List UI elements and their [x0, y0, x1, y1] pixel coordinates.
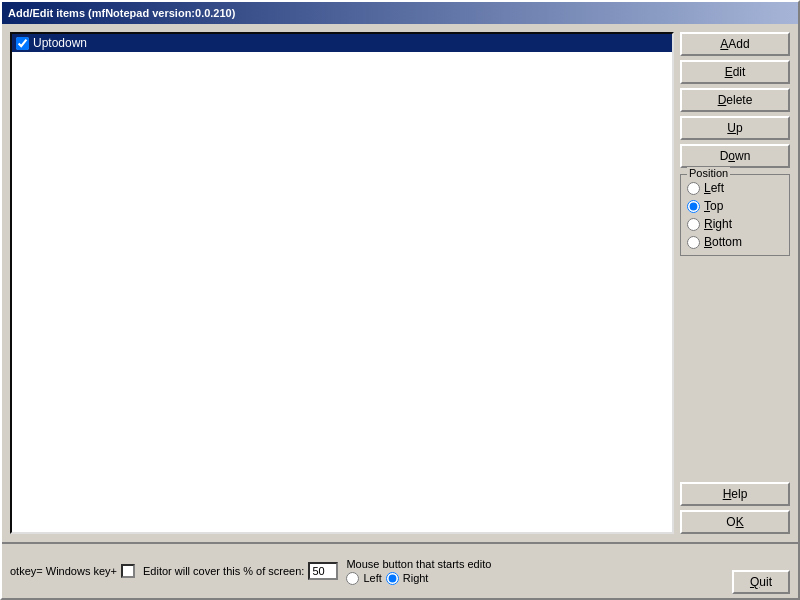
main-window: Add/Edit items (mfNotepad version:0.0.21…	[0, 0, 800, 600]
position-bottom-row: Bottom	[687, 233, 783, 251]
delete-button[interactable]: Delete	[680, 88, 790, 112]
quit-button[interactable]: Quit	[732, 570, 790, 594]
bottom-middle: Editor will cover this % of screen:	[143, 562, 338, 580]
position-legend: Position	[687, 167, 730, 179]
window-content: Uptodown AAdd Edit Delete Up Down Positi…	[2, 24, 798, 542]
mouse-radio-group: Left Right	[346, 572, 428, 585]
position-bottom-label: Bottom	[704, 235, 742, 249]
item-checkbox[interactable]	[16, 37, 29, 50]
up-button[interactable]: Up	[680, 116, 790, 140]
editor-percent-input[interactable]	[308, 562, 338, 580]
position-left-radio[interactable]	[687, 182, 700, 195]
edit-button[interactable]: Edit	[680, 60, 790, 84]
position-right-label: Right	[704, 217, 732, 231]
item-label: Uptodown	[33, 36, 668, 50]
add-button[interactable]: AAdd	[680, 32, 790, 56]
help-button[interactable]: Help	[680, 482, 790, 506]
ok-help-row: Help OK	[680, 482, 790, 534]
mouse-left-label: Left	[363, 572, 381, 584]
mouse-right-label: Right	[403, 572, 429, 584]
position-right-radio[interactable]	[687, 218, 700, 231]
quit-area: Quit	[732, 570, 790, 594]
bottom-bar: otkey= Windows key+ Editor will cover th…	[2, 542, 798, 598]
down-button[interactable]: Down	[680, 144, 790, 168]
bottom-right: Mouse button that starts edito Left Righ…	[346, 558, 724, 585]
bottom-left: otkey= Windows key+	[10, 564, 135, 578]
position-left-label: Left	[704, 181, 724, 195]
mouse-label: Mouse button that starts edito	[346, 558, 491, 570]
ok-button[interactable]: OK	[680, 510, 790, 534]
position-top-label: Top	[704, 199, 723, 213]
mouse-left-radio[interactable]	[346, 572, 359, 585]
position-right-row: Right	[687, 215, 783, 233]
position-group: Position Left Top Right Bottom	[680, 174, 790, 256]
position-top-row: Top	[687, 197, 783, 215]
hotkey-label: otkey= Windows key+	[10, 565, 117, 577]
editor-label: Editor will cover this % of screen:	[143, 565, 304, 577]
list-item[interactable]: Uptodown	[12, 34, 672, 52]
position-left-row: Left	[687, 179, 783, 197]
hotkey-checkbox[interactable]	[121, 564, 135, 578]
right-panel: AAdd Edit Delete Up Down Position Left T…	[680, 32, 790, 534]
mouse-right-radio[interactable]	[386, 572, 399, 585]
title-bar: Add/Edit items (mfNotepad version:0.0.21…	[2, 2, 798, 24]
items-list[interactable]: Uptodown	[10, 32, 674, 534]
position-top-radio[interactable]	[687, 200, 700, 213]
position-bottom-radio[interactable]	[687, 236, 700, 249]
title-bar-text: Add/Edit items (mfNotepad version:0.0.21…	[8, 7, 235, 19]
